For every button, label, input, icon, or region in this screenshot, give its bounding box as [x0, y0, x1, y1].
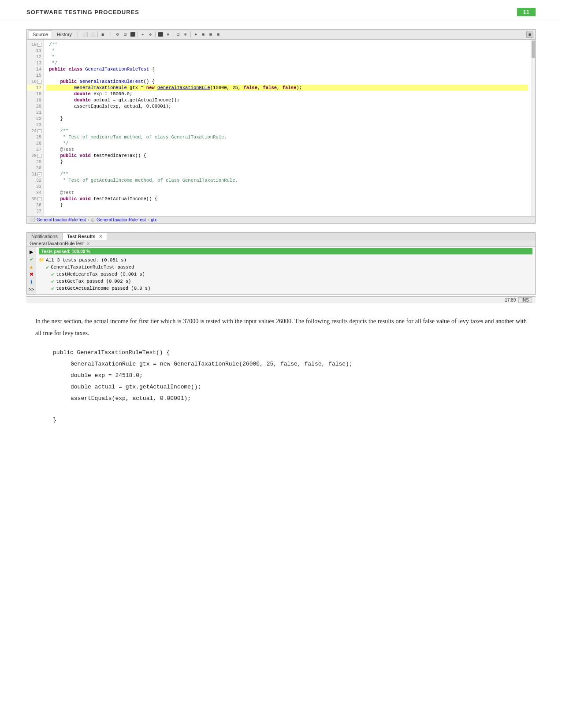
toolbar-icon-3[interactable]: ◼ — [99, 31, 106, 38]
code-line-36: } — [46, 202, 528, 208]
code-line-13: */ — [46, 60, 528, 66]
fold-31[interactable]: − — [37, 172, 41, 176]
code-block: public GeneralTaxationRuleTest() { Gener… — [53, 347, 509, 404]
line-num-27: 27 — [27, 146, 43, 153]
line-num-10: 10 − — [27, 41, 43, 48]
tab-test-results[interactable]: Test Results ✕ — [63, 233, 107, 240]
code-line-33 — [46, 183, 528, 190]
fold-10[interactable]: − — [37, 43, 41, 47]
result-gettax: ✔ testGetTax passed (0.002 s) — [51, 278, 532, 285]
toolbar-icon-8[interactable]: ✦ — [139, 31, 146, 38]
tab-source[interactable]: Source — [29, 30, 52, 38]
line-num-21: 21 — [27, 109, 43, 116]
toolbar-icon-14[interactable]: ● — [192, 31, 199, 38]
line-num-29: 29 — [27, 159, 43, 165]
closing-section: } — [53, 417, 509, 424]
bottom-panel-sidebar: ▶ ✔ ▲ ✖ ℹ >> Tests passed: 100.00 % 📁 Al… — [27, 247, 535, 294]
fold-24[interactable]: − — [37, 129, 41, 133]
line-num-19: 19 — [27, 97, 43, 103]
code-content: /** * * */ public class GeneralTaxationR… — [44, 40, 531, 216]
ide-container: Source History ⬜ ⬜ ◼ ⋮ ⚙ ⊞ ⬛ ✦ ✣ ⬛ ✱ ⊡ ⊚… — [26, 29, 536, 224]
toolbar-icon-11[interactable]: ✱ — [164, 31, 171, 38]
test-results-close[interactable]: ✕ — [99, 234, 102, 239]
toolbar-icon-5[interactable]: ⚙ — [114, 31, 121, 38]
code-line-28: public void testMedicareTax() { — [46, 153, 528, 159]
insert-mode: INS — [518, 297, 532, 303]
fold-28[interactable]: − — [37, 154, 41, 158]
toolbar-icon-13[interactable]: ⊚ — [182, 31, 189, 38]
line-num-30: 30 — [27, 165, 43, 171]
code-line-30 — [46, 165, 528, 171]
toolbar-icon-10[interactable]: ⬛ — [157, 31, 164, 38]
tab-notifications[interactable]: Notifications — [27, 233, 63, 240]
test-progress-bar: Tests passed: 100.00 % — [39, 248, 532, 254]
breadcrumb-method-icon: ◎ — [91, 217, 95, 222]
code-line-18: double exp = 15000.0; — [46, 91, 528, 97]
code-line-29: } — [46, 159, 528, 165]
page-header: SOFTWARE TESTING PROCEDURES 11 — [0, 0, 562, 21]
line-num-33: 33 — [27, 183, 43, 190]
line-num-31: 31 − — [27, 171, 43, 177]
more-icon[interactable]: >> — [28, 286, 35, 293]
code-line-21 — [46, 109, 528, 116]
pass-icon[interactable]: ✔ — [28, 256, 35, 263]
pin-icon[interactable]: ⊞ — [526, 31, 533, 38]
line-num-36: 36 — [27, 202, 43, 208]
warn-icon[interactable]: ▲ — [28, 263, 35, 270]
ide-toolbar: Source History ⬜ ⬜ ◼ ⋮ ⚙ ⊞ ⬛ ✦ ✣ ⬛ ✱ ⊡ ⊚… — [27, 30, 535, 40]
info-icon[interactable]: ℹ — [28, 278, 35, 285]
progress-text: Tests passed: 100.00 % — [41, 249, 90, 254]
tb-sep-5 — [173, 31, 173, 37]
pass-icon-getactual: ✔ — [51, 285, 54, 292]
breadcrumb-var[interactable]: gtx — [151, 217, 156, 222]
line-num-23: 23 — [27, 122, 43, 128]
error-icon[interactable]: ✖ — [28, 271, 35, 278]
ide-toolbar-icons: ⬜ ⬜ ◼ ⋮ ⚙ ⊞ ⬛ ✦ ✣ ⬛ ✱ ⊡ ⊚ ● ■ ▣ ▣ — [82, 31, 222, 38]
toolbar-icon-9[interactable]: ✣ — [147, 31, 154, 38]
run-icon[interactable]: ▶ — [28, 248, 35, 255]
toolbar-icon-1[interactable]: ⬜ — [82, 31, 89, 38]
line-num-26: 26 — [27, 140, 43, 146]
toolbar-icon-4[interactable]: ⋮ — [107, 31, 114, 38]
test-panel-close[interactable]: ✕ — [86, 241, 90, 246]
toolbar-icon-17[interactable]: ▣ — [215, 31, 222, 38]
toolbar-icon-2[interactable]: ⬜ — [89, 31, 96, 38]
body-text-content: In the next section, the actual income f… — [35, 316, 527, 339]
line-num-12: 12 — [27, 54, 43, 60]
bottom-panel: Notifications Test Results ✕ GeneralTaxa… — [26, 232, 536, 295]
code-line-35: public void testGetActualIncome() { — [46, 196, 528, 202]
toolbar-separator — [78, 31, 78, 37]
folder-icon: 📁 — [39, 258, 44, 263]
toolbar-icon-7[interactable]: ⬛ — [129, 31, 136, 38]
breadcrumb-method[interactable]: GeneralTaxationRuleTest — [97, 217, 146, 222]
line-num-17: 17 — [27, 85, 43, 91]
code-line-25: * Test of medicareTax method, of class G… — [46, 134, 528, 140]
pass-icon-root: ✔ — [46, 264, 49, 271]
editor-scrollbar[interactable] — [531, 40, 535, 216]
body-paragraph: In the next section, the actual income f… — [35, 316, 527, 339]
tb-sep-2 — [97, 31, 98, 37]
pass-icon-gettax: ✔ — [51, 278, 54, 285]
test-summary-text: All 3 tests passed. (0.051 s) — [46, 258, 127, 263]
line-num-14: 14 — [27, 66, 43, 72]
tb-sep-4 — [155, 31, 156, 37]
fold-35[interactable]: − — [37, 197, 41, 201]
line-num-11: 11 — [27, 48, 43, 54]
code-line-17: GeneralTaxationRule gtx = new GeneralTax… — [46, 85, 528, 91]
line-num-15: 15 — [27, 72, 43, 78]
breadcrumb-class[interactable]: GeneralTaxationRuleTest — [37, 217, 86, 222]
page-number: 11 — [517, 8, 536, 16]
code-line-b5: assertEquals(exp, actual, 0.00001); — [71, 393, 509, 404]
tab-history[interactable]: History — [53, 30, 76, 38]
toolbar-icon-16[interactable]: ▣ — [207, 31, 214, 38]
closing-brace: } — [53, 417, 56, 424]
toolbar-icon-15[interactable]: ■ — [200, 31, 207, 38]
code-line-b3: double exp = 24518.0; — [71, 370, 509, 381]
code-line-16: public GeneralTaxationRuleTest() { — [46, 78, 528, 85]
toolbar-icon-12[interactable]: ⊡ — [175, 31, 182, 38]
code-line-32: * Test of getActualIncome method, of cla… — [46, 177, 528, 183]
result-root-label: GeneralTaxationRuleTest passed — [51, 265, 134, 270]
line-num-35: 35 − — [27, 196, 43, 202]
toolbar-icon-6[interactable]: ⊞ — [122, 31, 129, 38]
fold-16[interactable]: − — [37, 80, 41, 84]
